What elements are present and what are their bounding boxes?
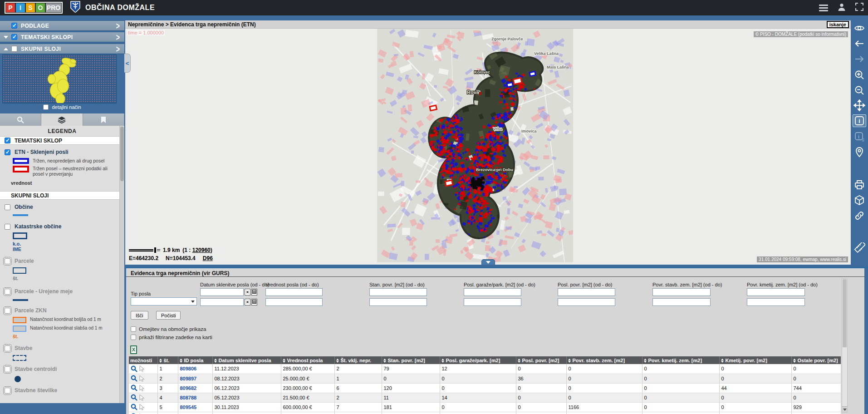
accordion-podlage[interactable]: PODLAGE > [0,20,124,31]
table-row[interactable]: 480878805.12.202321.500,00 €2111400000 [129,393,841,402]
identify-button[interactable]: i [853,114,866,127]
column-header[interactable]: Povr. kmetij. zem. [m2] [642,356,719,364]
kmetij-do-input[interactable] [747,298,805,306]
back-button[interactable] [853,37,866,50]
row-select-icon[interactable] [139,404,145,410]
id-posla-link[interactable]: 809682 [178,383,212,393]
zoom-out-button[interactable] [853,84,866,97]
scale-ratio-link[interactable]: 120960 [192,247,211,253]
forward-button[interactable] [853,53,866,65]
column-header[interactable]: Vrednost posla [281,356,334,364]
table-row[interactable]: 580954530.11.2023600.000,00 €71810011660… [129,402,841,412]
show-filtered-checkbox[interactable] [131,335,136,340]
row-select-icon[interactable] [139,375,145,382]
zkn-checkbox[interactable] [5,308,10,314]
datum-do-clear-icon[interactable]: × [245,299,250,306]
urejene-checkbox[interactable] [5,289,10,295]
column-header[interactable]: Stan. povr. [m2] [382,356,440,364]
katastrske-checkbox[interactable] [5,224,10,230]
datum-od-input[interactable] [200,288,244,296]
stavbe-checkbox[interactable] [5,345,10,351]
map-viewport[interactable]: time = 1.000000 Zgornje PalovčeKolovecRo… [125,29,851,265]
map-canvas[interactable]: Zgornje PalovčeKolovecRovaVelika LašnaMa… [377,29,573,262]
column-header[interactable]: št. [157,356,178,364]
detail-mode-checkbox[interactable] [43,104,49,110]
user-icon[interactable] [837,2,846,13]
collapse-bottom-handle[interactable] [481,259,495,265]
column-header[interactable]: Posl. garaže/park. [m2] [440,356,516,364]
vrednost-do-input[interactable] [265,298,323,306]
accordion-skupni-sloji[interactable]: SKUPNI SLOJI > [0,44,124,54]
row-zoom-icon[interactable] [131,404,137,410]
tab-search[interactable] [0,113,41,126]
locate-pin-button[interactable] [853,146,866,158]
parcele-checkbox[interactable] [5,258,10,264]
excel-export-icon[interactable]: X [130,345,137,354]
overview-map[interactable] [2,54,117,104]
datum-do-input[interactable] [200,298,244,306]
vrednost-od-input[interactable] [265,288,323,296]
datum-do-calendar-icon[interactable] [251,299,257,306]
posl-do-input[interactable] [558,298,615,306]
row-zoom-icon[interactable] [131,375,137,382]
podlage-checkbox[interactable] [11,23,17,29]
row-select-icon[interactable] [139,365,145,372]
column-header[interactable]: Kmetij. povr. [m2] [719,356,791,364]
share-link-button[interactable] [853,209,866,222]
scroll-down-icon[interactable] [842,406,847,412]
obcine-checkbox[interactable] [5,204,10,210]
sidebar-collapse-handle[interactable]: < [124,54,131,73]
garaze-do-input[interactable] [464,298,521,306]
table-row[interactable]: 280989708.12.202325.000,00 €100360000 [129,374,841,383]
skupni-checkbox[interactable] [11,46,17,52]
table-row[interactable]: 180980611.12.2023285.000,00 €2791200000 [129,364,841,374]
tematski-checkbox[interactable] [11,34,17,40]
menu-icon[interactable] [819,5,828,11]
zoom-in-button[interactable] [853,69,866,81]
column-header[interactable]: Ostale povr. [m2] [791,356,841,364]
legend-scrollbar[interactable] [119,126,124,403]
garaze-od-input[interactable] [464,288,521,296]
fullscreen-icon[interactable] [855,3,863,13]
stavb-od-input[interactable] [652,288,711,296]
table-row[interactable] [129,412,841,414]
identify-group-button[interactable]: ig [853,130,866,143]
measure-button[interactable] [853,242,866,255]
iskanje-button[interactable]: iskanje [827,21,849,28]
centroidi-checkbox[interactable] [5,366,10,372]
tab-bookmark[interactable] [83,113,124,126]
row-select-icon[interactable] [139,394,145,401]
column-header[interactable]: Datum sklenitve posla [212,356,281,364]
clear-button[interactable]: Počisti [156,311,181,320]
posl-od-input[interactable] [558,288,615,296]
pan-button[interactable] [853,99,866,112]
limit-extent-checkbox[interactable] [131,326,136,332]
row-zoom-icon[interactable] [131,384,137,391]
stan-do-input[interactable] [369,298,427,306]
piso-logo[interactable]: P I S O PRO [5,2,63,14]
search-button[interactable]: Išči [131,311,148,320]
3d-cube-button[interactable] [853,194,866,207]
stavb-do-input[interactable] [652,298,711,306]
tab-layers[interactable] [41,113,83,126]
tematski-sklop-checkbox[interactable] [5,138,10,143]
column-header[interactable]: Povr. stavb. zem. [m2] [566,356,642,364]
column-header[interactable]: Št. vklj. nepr. [334,356,382,364]
id-posla-link[interactable]: 809545 [178,402,212,412]
id-posla-link[interactable]: 808788 [178,393,212,402]
print-button[interactable] [853,178,866,191]
etn-checkbox[interactable] [5,149,10,155]
datum-od-clear-icon[interactable]: × [245,289,250,296]
table-row[interactable]: 380968206.12.2023230.000,00 €61200000447… [129,383,841,393]
id-posla-link[interactable]: 809897 [178,374,212,383]
overview-eye-button[interactable] [853,22,866,34]
datum-od-calendar-icon[interactable] [251,289,257,296]
accordion-tematski-sklopi[interactable]: TEMATSKI SKLOPI > [0,32,124,42]
panel-scrollbar[interactable] [842,278,848,413]
stan-od-input[interactable] [369,288,427,296]
row-zoom-icon[interactable] [131,365,137,372]
column-header[interactable]: Posl. povr. [m2] [516,356,566,364]
column-header[interactable]: ID posla [178,356,212,364]
row-zoom-icon[interactable] [131,394,137,401]
kmetij-od-input[interactable] [747,288,805,296]
